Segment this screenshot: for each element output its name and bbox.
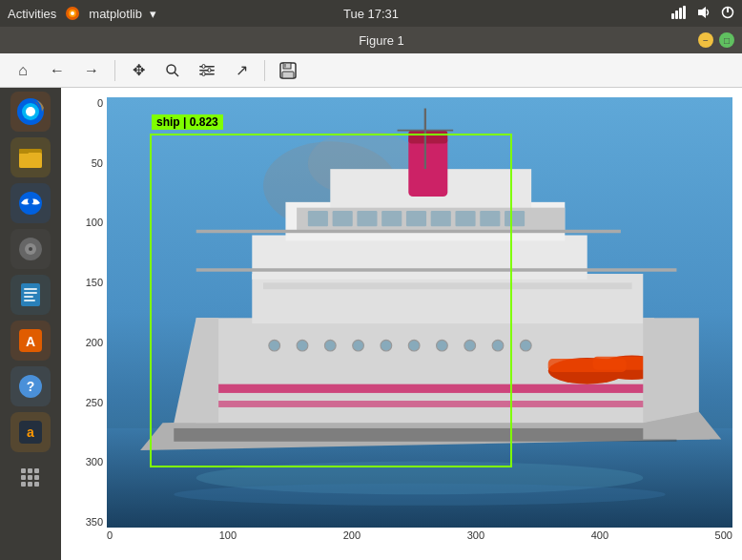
svg-point-32	[29, 247, 32, 251]
svg-point-2	[71, 11, 74, 15]
dock: A ? a	[0, 88, 61, 560]
svg-rect-33	[21, 283, 40, 306]
dock-firefox[interactable]	[10, 92, 51, 132]
dock-files[interactable]	[10, 137, 51, 177]
system-bar-clock: Tue 17:31	[343, 7, 399, 21]
svg-rect-51	[28, 482, 32, 487]
y-label-50: 50	[92, 157, 103, 169]
svg-point-24	[26, 107, 35, 116]
activities-label[interactable]: Activities	[8, 7, 56, 21]
svg-rect-17	[202, 72, 205, 75]
forward-button[interactable]: →	[78, 57, 105, 84]
svg-rect-34	[24, 288, 37, 290]
toolbar-separator-1	[114, 60, 115, 81]
figure-container: 0 50 100 150 200 250 300 350	[71, 97, 732, 550]
dock-thunderbird[interactable]	[10, 183, 51, 223]
svg-rect-49	[34, 475, 39, 480]
detection-bounding-box: ship | 0.823	[150, 134, 512, 467]
svg-rect-5	[679, 8, 682, 19]
svg-rect-6	[683, 6, 686, 19]
svg-point-58	[174, 484, 665, 506]
svg-point-10	[167, 65, 175, 73]
lines-button[interactable]: ↗	[228, 57, 255, 84]
figure-title: Figure 1	[65, 33, 698, 48]
y-label-300: 300	[86, 456, 103, 467]
svg-text:?: ?	[27, 379, 35, 394]
network-icon	[671, 6, 687, 22]
home-button[interactable]: ⌂	[10, 57, 36, 84]
toolbar: ⌂ ← → ✥ ↗	[0, 53, 742, 88]
svg-rect-13	[199, 70, 215, 72]
y-label-200: 200	[86, 337, 103, 348]
dock-help[interactable]: ?	[10, 366, 51, 406]
x-axis: 0 100 200 300 400 500	[107, 528, 732, 550]
svg-text:A: A	[26, 334, 35, 349]
svg-rect-15	[202, 64, 205, 68]
svg-rect-50	[21, 482, 26, 487]
svg-rect-44	[21, 468, 26, 473]
dock-sound[interactable]	[10, 229, 51, 269]
svg-rect-27	[19, 149, 29, 154]
x-label-0: 0	[107, 529, 113, 541]
app-icon[interactable]	[64, 5, 81, 22]
configure-button[interactable]	[194, 57, 220, 84]
x-label-500: 500	[715, 529, 732, 541]
minimize-button[interactable]: −	[698, 32, 713, 48]
window-controls: − □	[698, 32, 734, 48]
svg-rect-45	[28, 468, 32, 473]
svg-rect-21	[282, 72, 294, 78]
svg-point-29	[28, 198, 33, 204]
main-content: A ? a	[0, 88, 742, 560]
app-dropdown-icon[interactable]: ▾	[150, 7, 156, 21]
zoom-button[interactable]	[159, 57, 186, 84]
maximize-button[interactable]: □	[719, 32, 734, 48]
y-label-150: 150	[86, 277, 103, 288]
toolbar-separator-2	[264, 60, 265, 81]
svg-line-11	[175, 73, 178, 76]
pan-button[interactable]: ✥	[125, 57, 152, 84]
y-label-350: 350	[86, 516, 103, 528]
svg-rect-12	[199, 66, 215, 68]
system-bar: Activities matplotlib ▾ Tue 17:31	[0, 0, 742, 27]
x-label-100: 100	[219, 529, 237, 541]
detection-label: ship | 0.823	[152, 114, 223, 130]
dock-amazon[interactable]: a	[10, 412, 51, 452]
svg-rect-48	[28, 475, 32, 480]
system-bar-left: Activities matplotlib ▾	[8, 5, 156, 22]
ship-scene: ship | 0.823	[107, 97, 732, 528]
power-icon[interactable]	[721, 6, 734, 22]
dock-apps-grid[interactable]	[10, 458, 51, 498]
y-label-0: 0	[97, 97, 103, 109]
y-label-100: 100	[86, 217, 103, 228]
back-button[interactable]: ←	[44, 57, 71, 84]
app-name-label[interactable]: matplotlib	[89, 7, 142, 21]
svg-rect-4	[675, 10, 678, 19]
x-label-300: 300	[467, 529, 484, 541]
save-button[interactable]	[275, 57, 301, 84]
svg-point-98	[520, 340, 531, 351]
svg-rect-35	[24, 292, 37, 294]
y-label-250: 250	[86, 397, 103, 408]
svg-rect-37	[24, 300, 35, 301]
svg-rect-47	[21, 475, 26, 480]
svg-rect-20	[284, 63, 286, 67]
y-axis: 0 50 100 150 200 250 300 350	[71, 97, 107, 528]
svg-rect-3	[671, 13, 674, 19]
svg-rect-14	[199, 73, 215, 75]
svg-rect-52	[34, 482, 39, 487]
title-bar: Figure 1 − □	[0, 27, 742, 53]
svg-marker-7	[698, 7, 706, 18]
volume-icon[interactable]	[696, 6, 711, 22]
dock-software[interactable]: A	[10, 321, 51, 361]
svg-rect-16	[208, 68, 211, 72]
svg-rect-100	[643, 318, 699, 423]
svg-rect-46	[34, 468, 39, 473]
system-bar-right	[671, 6, 734, 22]
plot-area: 0 50 100 150 200 250 300 350	[61, 88, 742, 560]
dock-writer[interactable]	[10, 275, 51, 315]
x-label-400: 400	[591, 529, 608, 541]
svg-rect-36	[24, 296, 33, 298]
x-label-200: 200	[343, 529, 361, 541]
image-canvas: ship | 0.823	[107, 97, 732, 528]
svg-rect-26	[19, 153, 42, 168]
